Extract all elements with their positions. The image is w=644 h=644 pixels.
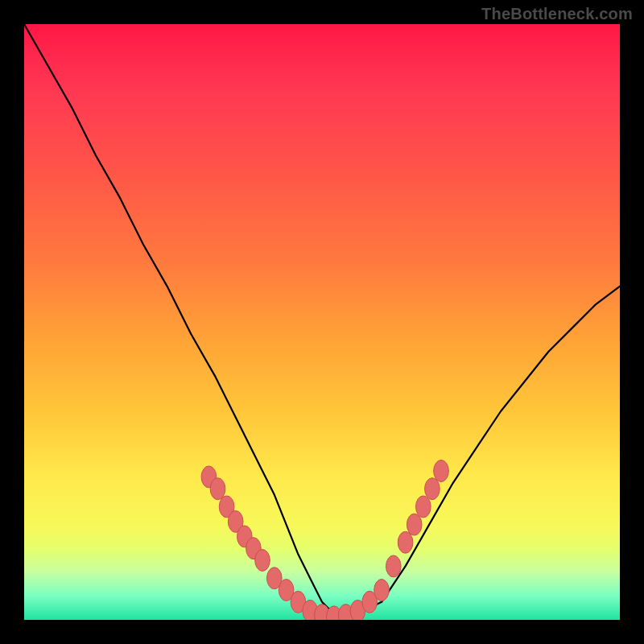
bottleneck-curve: [24, 24, 620, 620]
data-marker: [255, 550, 270, 572]
watermark-text: TheBottleneck.com: [481, 5, 633, 23]
curve-layer: [24, 24, 620, 620]
chart-overlay: [24, 24, 620, 620]
data-marker: [425, 478, 440, 500]
marker-layer: [201, 460, 448, 620]
data-marker: [407, 514, 422, 535]
data-marker: [386, 555, 401, 577]
data-marker: [210, 478, 225, 500]
data-marker: [374, 580, 390, 601]
data-marker: [415, 496, 431, 518]
plot-area: [24, 24, 620, 620]
data-marker: [398, 531, 413, 553]
data-marker: [434, 460, 449, 482]
chart-container: TheBottleneck.com: [0, 0, 644, 644]
